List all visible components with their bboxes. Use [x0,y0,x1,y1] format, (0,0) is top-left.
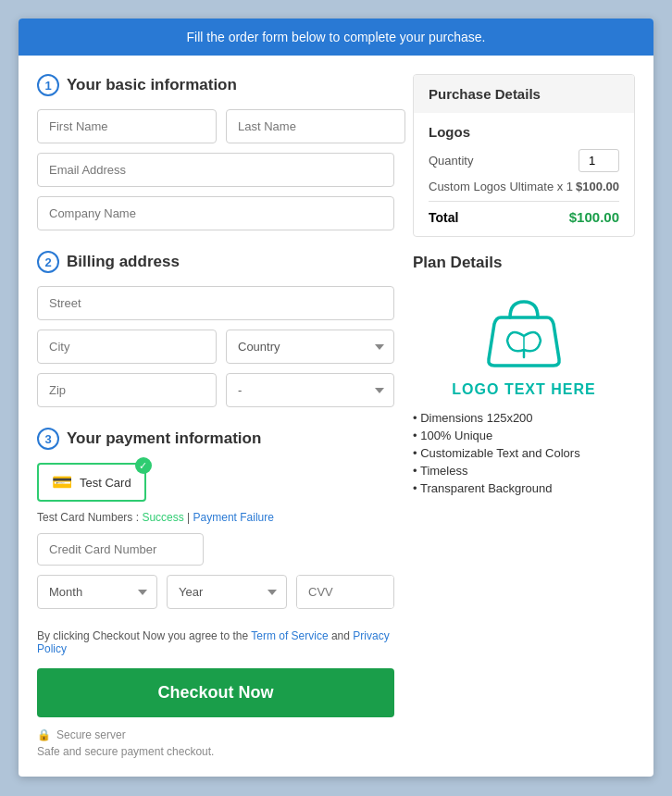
payment-failure-link[interactable]: Payment Failure [193,511,274,524]
state-select[interactable]: - [226,373,394,407]
name-row [37,109,394,143]
terms-link[interactable]: Term of Service [251,629,328,642]
purchase-header: Purchase Details [414,75,634,113]
feature-5: Transparent Background [413,481,635,495]
card-option[interactable]: 💳 Test Card ✓ [37,463,146,502]
total-label: Total [429,210,458,225]
secure-row: 🔒 Secure server [37,728,394,741]
feature-3: Customizable Text and Colors [413,446,635,460]
top-banner: Fill the order form below to complete yo… [19,19,653,56]
logo-svg [478,285,570,378]
safe-text: Safe and secure payment checkout. [37,745,394,758]
left-column: 1 Your basic information 2 Billi [37,74,394,758]
quantity-input[interactable] [579,149,619,172]
logos-label: Logos [429,124,619,140]
section-basic-info: 1 Your basic information [37,74,394,230]
street-row [37,286,394,320]
total-row: Total $100.00 [429,209,619,225]
feature-4: Timeless [413,464,635,478]
section3-number: 3 [37,428,59,450]
feature-1: Dimensions 125x200 [413,411,635,425]
page-wrapper: Fill the order form below to complete yo… [19,19,653,777]
logo-text: LOGO TEXT HERE [452,381,595,398]
section3-label: Your payment information [67,429,261,448]
first-name-input[interactable] [37,109,217,143]
cvv-wrapper: 🪪 [296,575,394,609]
content-area: 1 Your basic information 2 Billi [19,56,653,777]
credit-card-number-wrapper [37,533,394,575]
section-billing: 2 Billing address Country - [37,251,394,407]
city-input[interactable] [37,330,217,364]
quantity-row: Quantity [429,149,619,172]
company-input[interactable] [37,196,394,230]
email-row [37,153,394,187]
section2-label: Billing address [67,253,180,271]
test-card-text: Test Card Numbers : [37,511,139,524]
section2-title: 2 Billing address [37,251,394,273]
checkout-button[interactable]: Checkout Now [37,668,394,717]
plan-details-title: Plan Details [413,254,635,272]
lock-icon: 🔒 [37,728,51,741]
city-country-row: Country [37,330,394,364]
credit-card-input[interactable] [37,533,204,566]
year-select[interactable]: Year [167,575,287,609]
section2-number: 2 [37,251,59,273]
right-column: Purchase Details Logos Quantity Custom L… [413,74,635,758]
checkmark-badge: ✓ [135,457,152,474]
success-link[interactable]: Success [142,511,183,524]
section1-title: 1 Your basic information [37,74,394,96]
logo-svg-wrapper: LOGO TEXT HERE [452,285,595,398]
plan-features: Dimensions 125x200 100% Unique Customiza… [413,411,635,495]
card-label: Test Card [80,476,131,490]
product-name: Custom Logos Ultimate x 1 [429,180,573,193]
banner-text: Fill the order form below to complete yo… [187,30,486,44]
terms-row: By clicking Checkout Now you agree to th… [37,629,394,655]
zip-state-row: - [37,373,394,407]
section1-number: 1 [37,74,59,96]
terms-prefix: By clicking Checkout Now you agree to th… [37,629,251,642]
purchase-body: Logos Quantity Custom Logos Ultimate x 1… [414,113,634,236]
test-card-info: Test Card Numbers : Success | Payment Fa… [37,511,394,524]
section1-label: Your basic information [67,76,237,94]
and-text: and [331,629,353,642]
zip-input[interactable] [37,373,217,407]
last-name-input[interactable] [226,109,405,143]
street-input[interactable] [37,286,394,320]
email-input[interactable] [37,153,394,187]
month-select[interactable]: Month [37,575,157,609]
section-payment: 3 Your payment information 💳 Test Card ✓… [37,428,394,609]
plan-logo-area: LOGO TEXT HERE [413,285,635,398]
divider [429,201,619,202]
expiry-row: Month Year 🪪 [37,575,394,609]
section3-title: 3 Your payment information [37,428,394,450]
feature-2: 100% Unique [413,429,635,442]
secure-label: Secure server [56,728,126,741]
product-price: $100.00 [576,180,619,193]
purchase-details-box: Purchase Details Logos Quantity Custom L… [413,74,635,237]
country-select[interactable]: Country [226,330,394,364]
plan-details: Plan Details [413,254,635,495]
company-row [37,196,394,230]
total-price: $100.00 [569,209,619,225]
product-row: Custom Logos Ultimate x 1 $100.00 [429,180,619,193]
cvv-input[interactable] [297,576,394,608]
credit-card-icon: 💳 [52,472,72,492]
quantity-label: Quantity [429,154,473,168]
